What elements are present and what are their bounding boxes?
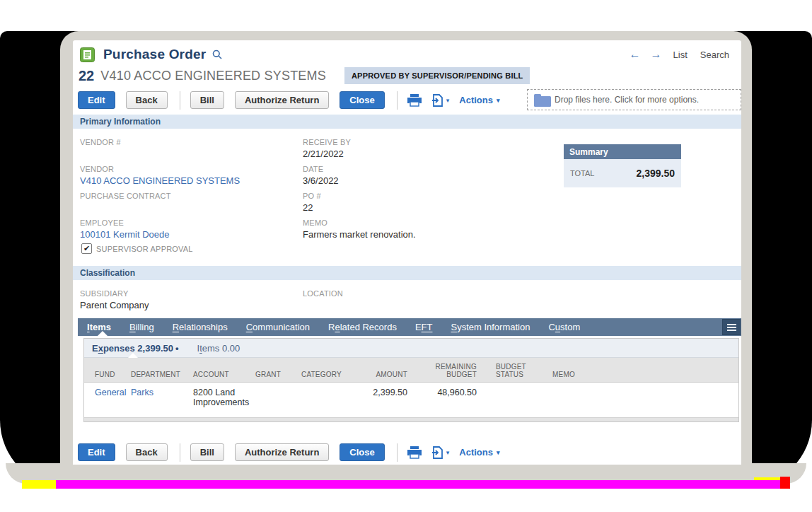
col-fund[interactable]: FUND [84,358,131,383]
tab-eft[interactable]: EFT [406,318,442,336]
subtab-items[interactable]: Items 0.00 [197,343,240,354]
classification-title: Classification [80,268,135,278]
table-bottom-scroll-strip[interactable] [84,417,738,421]
back-button[interactable]: Back [126,443,168,461]
vendor-link[interactable]: V410 ACCO ENGINEERED SYSTEMS [80,175,240,186]
department-link[interactable]: Parks [131,388,153,397]
subtab-expenses[interactable]: Expenses 2,399.50• [92,343,179,354]
bottom-toolbar: Edit Back Bill Authorize Return Close ▾ … [78,443,499,462]
edit-button[interactable]: Edit [78,91,115,109]
tab-communication[interactable]: Communication [237,318,319,336]
supervisor-approval-field: ✔ SUPERVISOR APPROVAL [81,243,193,254]
close-button[interactable]: Close [340,91,384,109]
tab-relationships[interactable]: Relationships [163,318,237,336]
actions-caret-icon: ▾ [497,97,500,104]
field-po-number: PO # 22 [303,192,321,213]
toolbar-divider [397,91,398,110]
fund-link[interactable]: General [95,388,126,397]
field-subsidiary: SUBSIDIARY Parent Company [80,289,149,310]
export-document-icon[interactable]: ▾ [431,94,450,107]
budget-status-cell [480,383,536,419]
field-label: PURCHASE CONTRACT [80,192,171,200]
tab-items[interactable]: Items [78,318,120,336]
field-label: DATE [303,165,339,173]
tab-billing[interactable]: Billing [120,318,163,336]
dropzone-text: Drop files here. Click for more options. [555,95,699,105]
col-grant[interactable]: GRANT [255,358,301,383]
col-budget-status[interactable]: BUDGET STATUS [480,358,536,383]
record-title-row: 22 V410 ACCO ENGINEERED SYSTEMS APPROVED… [79,66,736,86]
category-cell [301,383,361,419]
export-document-icon[interactable]: ▾ [431,446,450,459]
field-vendor-number: VENDOR # [80,138,121,149]
col-account[interactable]: ACCOUNT [193,358,255,383]
col-amount[interactable]: AMOUNT [361,358,410,383]
nav-forward-arrow-icon[interactable]: → [651,48,662,61]
tab-related-records[interactable]: Related Records [319,318,406,336]
nav-back-arrow-icon[interactable]: ← [630,48,641,61]
back-button[interactable]: Back [126,91,168,109]
file-dropzone[interactable]: Drop files here. Click for more options. [527,89,741,110]
field-label: VENDOR [80,165,240,173]
memo-cell [536,383,738,419]
amount-cell: 2,399.50 [361,383,410,419]
record-name: V410 ACCO ENGINEERED SYSTEMS [100,69,326,83]
actions-menu[interactable]: Actions ▾ [459,447,499,458]
col-remaining-budget[interactable]: REMAINING BUDGET [410,358,480,383]
print-icon[interactable] [407,94,422,107]
search-icon[interactable] [212,50,222,59]
primary-information-header[interactable]: Primary Information [73,115,741,129]
actions-caret-icon: ▾ [497,449,500,456]
search-link[interactable]: Search [700,50,729,60]
field-label: MEMO [303,219,416,227]
tab-menu-icon[interactable] [722,319,741,335]
close-button[interactable]: Close [340,443,384,461]
employee-link[interactable]: 100101 Kermit Doede [80,229,169,240]
active-subtab-bullet: • [175,343,179,354]
bill-button[interactable]: Bill [190,443,224,461]
list-link[interactable]: List [673,50,688,60]
page-title: Purchase Order [103,47,206,62]
authorize-return-button[interactable]: Authorize Return [235,443,329,461]
print-icon[interactable] [407,446,422,459]
field-value: 22 [303,202,321,213]
top-toolbar: Edit Back Bill Authorize Return Close ▾ … [78,91,499,110]
tab-system-information[interactable]: System Information [441,318,539,336]
tab-custom[interactable]: Custom [539,318,589,336]
field-purchase-contract: PURCHASE CONTRACT [80,192,171,202]
app-screen: Purchase Order ← → List Search 22 V410 A… [73,40,741,465]
supervisor-approval-checkbox[interactable]: ✔ [81,243,92,254]
field-label: EMPLOYEE [80,219,169,227]
col-category[interactable]: CATEGORY [301,358,361,383]
classification-header[interactable]: Classification [73,266,741,280]
active-subtab-notch [128,353,138,358]
record-header: Purchase Order ← → List Search [80,46,736,63]
edit-button[interactable]: Edit [78,443,115,461]
bill-button[interactable]: Bill [190,91,224,109]
col-department[interactable]: DEPARTMENT [131,358,193,383]
decor-strip-red [780,477,790,489]
toolbar-divider [180,443,180,462]
field-value: Farmers market renovation. [303,229,416,240]
table-row: General Parks 8200 Land Improvements 2,3… [84,383,738,419]
decor-strip-yellow [22,480,56,489]
table-header-row: FUND DEPARTMENT ACCOUNT GRANT CATEGORY A… [84,358,738,383]
field-value: 2/21/2022 [303,149,351,159]
field-label: SUBSIDIARY [80,289,149,298]
actions-menu[interactable]: Actions ▾ [459,95,499,105]
field-vendor: VENDOR V410 ACCO ENGINEERED SYSTEMS [80,165,240,186]
record-tabbar: Items Billing Relationships Communicatio… [78,318,741,336]
summary-header: Summary [564,144,681,159]
field-location: LOCATION [303,289,343,300]
field-date: DATE 3/6/2022 [303,165,339,186]
decor-strip-magenta [56,480,780,489]
authorize-return-button[interactable]: Authorize Return [235,91,329,109]
field-receive-by: RECEIVE BY 2/21/2022 [303,138,351,159]
col-memo[interactable]: MEMO [536,358,738,383]
expenses-table: FUND DEPARTMENT ACCOUNT GRANT CATEGORY A… [84,358,738,419]
export-caret-icon: ▾ [446,97,450,104]
field-label: VENDOR # [80,138,121,146]
actions-label: Actions [459,95,493,105]
field-label: LOCATION [303,289,343,298]
purchase-order-icon [80,47,95,62]
